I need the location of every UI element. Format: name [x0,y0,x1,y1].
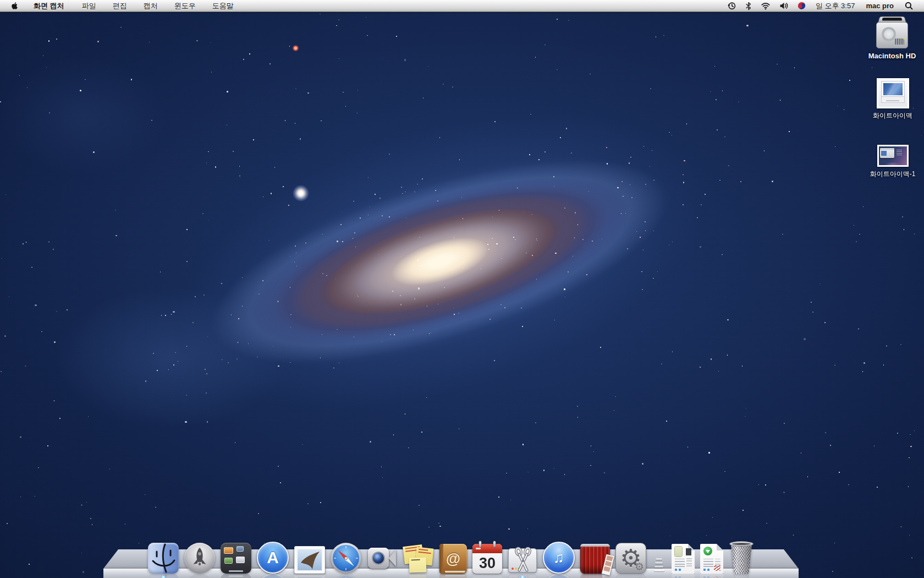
address-book-icon: @ [439,544,467,574]
dock-calendar[interactable]: 30 30 [472,544,502,574]
dock-address-book[interactable]: @ @ [439,544,467,574]
desktop-icon-macintosh-hd[interactable]: Macintosh HD [872,15,912,60]
volume-icon[interactable] [775,0,793,12]
desktop-icon-label: 화이트아이맥 [873,111,912,121]
gear-icon: ⚙ ⚙ [615,543,646,574]
hard-drive-icon [875,15,909,48]
menu-capture[interactable]: 캡처 [135,0,166,12]
mail-stamp-icon [294,546,325,574]
finder-icon [148,543,179,574]
dock-mission-control[interactable] [221,543,251,574]
desktop-icon-label: Macintosh HD [868,52,916,60]
menu-edit[interactable]: 편집 [105,0,135,12]
document-file-icon [672,544,695,574]
menu-bar: 화면 캡처 파일 편집 캡처 윈도우 도움말 [0,0,924,12]
launchpad-rocket-icon [184,543,215,574]
dock-mail[interactable] [294,546,325,574]
dock-safari[interactable] [331,543,361,574]
menu-help[interactable]: 도움말 [204,0,242,12]
safari-compass-icon [331,543,361,574]
dock-itunes[interactable]: ♫ ♫ [543,542,575,574]
menu-file[interactable]: 파일 [74,0,105,12]
dock-system-preferences[interactable]: ⚙ ⚙ ⚙ ⚙ [615,543,646,574]
bright-star [293,185,309,201]
bluetooth-icon[interactable] [741,0,756,12]
itunes-music-note-icon: ♫ [543,542,575,574]
dock-launchpad[interactable] [184,543,215,574]
dock-facetime[interactable] [367,543,398,574]
apple-menu[interactable] [0,0,24,12]
user-menu[interactable]: mac pro [860,0,899,12]
photo-booth-curtain-icon [580,544,610,574]
running-indicator [520,576,526,578]
dock-finder[interactable] [148,543,179,574]
menu-clock[interactable]: 일 오후 3:57 [810,0,861,12]
image-file-icon [877,145,909,167]
time-machine-icon[interactable] [723,0,741,12]
dock-app-store[interactable]: A A [257,542,289,574]
dock-separator [652,552,666,574]
desktop-icon-label: 화이트아이맥-1 [870,170,916,179]
spotlight-icon[interactable] [899,0,921,12]
apple-logo-icon [11,2,18,10]
desktop-wallpaper [0,0,924,578]
calendar-icon: 30 [472,544,502,574]
dock-document-1[interactable] [672,544,695,574]
dock-stickies[interactable] [403,543,434,574]
app-store-icon: A [257,542,289,574]
wifi-icon[interactable] [756,0,775,12]
mission-control-icon [221,543,251,574]
document-file-download-icon [700,544,723,574]
star-field [0,0,924,578]
dock-document-2[interactable] [700,544,723,574]
dock-photo-booth[interactable] [580,544,610,574]
image-file-icon [877,78,909,108]
dock: A A [103,525,799,578]
stickies-notes-icon [403,543,434,574]
dock-grab-screen-capture[interactable] [508,546,537,574]
grab-scissors-icon [508,546,537,574]
red-star [293,45,299,51]
desktop-icon-white-imac[interactable]: 화이트아이맥 [873,78,912,121]
input-source-korean-flag-icon[interactable] [793,0,810,12]
menu-app-name[interactable]: 화면 캡처 [24,0,74,12]
facetime-camera-icon [367,543,398,574]
running-indicator [161,576,167,578]
calendar-date: 30 [472,553,502,574]
desktop-icon-white-imac-1[interactable]: 화이트아이맥-1 [873,145,912,179]
dock-trash[interactable] [729,542,754,574]
trash-icon [729,542,754,574]
menu-window[interactable]: 윈도우 [166,0,204,12]
